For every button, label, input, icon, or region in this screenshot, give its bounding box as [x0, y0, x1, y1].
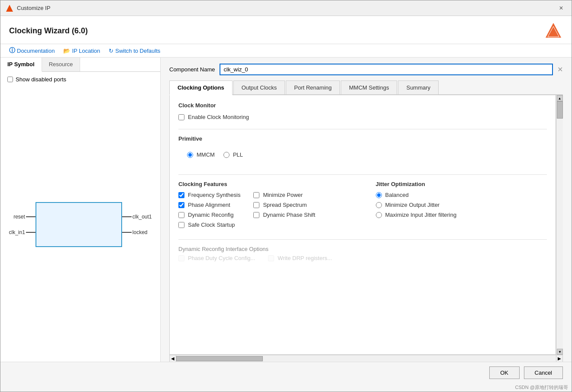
clock-monitor-section: Clock Monitor Enable Clock Monitoring [178, 102, 547, 120]
frequency-synthesis-label: Frequency Synthesis [188, 192, 240, 198]
primitive-mmcm-radio[interactable] [187, 152, 193, 158]
phase-duty-cycle-row: Phase Duty Cycle Config... [178, 255, 255, 261]
safe-clock-startup-row: Safe Clock Startup [178, 222, 240, 228]
port-label-clk-out1: clk_out1 [132, 214, 152, 220]
show-ports-row: Show disabled ports [0, 72, 160, 87]
ip-location-label: IP Location [72, 48, 100, 54]
scroll-right-button[interactable]: ▶ [556, 355, 563, 362]
clocking-features-title: Clocking Features [178, 181, 350, 187]
tab-output-clocks[interactable]: Output Clocks [233, 80, 285, 94]
jitter-max-input-row: Maximize Input Jitter filtering [376, 212, 547, 218]
switch-defaults-label: Switch to Defaults [115, 48, 160, 54]
primitive-pll-row: PLL [223, 151, 243, 158]
dynamic-phase-shift-row: Dynamic Phase Shift [253, 212, 315, 218]
tab-resource[interactable]: Resource [42, 58, 81, 71]
close-button[interactable]: × [556, 3, 566, 13]
jitter-minimize-output-label: Minimize Output Jitter [385, 202, 440, 208]
write-drp-checkbox[interactable] [268, 255, 274, 261]
jitter-balanced-radio[interactable] [376, 192, 382, 198]
enable-clock-monitoring-checkbox[interactable] [178, 114, 184, 120]
safe-clock-startup-checkbox[interactable] [178, 222, 184, 228]
ip-block [36, 202, 122, 247]
watermark: CSDN @原地打转的瑞哥 [0, 383, 572, 392]
phase-alignment-label: Phase Alignment [188, 202, 230, 208]
minimize-power-checkbox[interactable] [253, 192, 259, 198]
scroll-down-button[interactable]: ▼ [557, 349, 563, 355]
horizontal-scroll-thumb[interactable] [176, 356, 263, 361]
spread-spectrum-row: Spread Spectrum [253, 202, 315, 208]
clocking-features-col: Clocking Features Frequency Synthesis [178, 181, 350, 231]
documentation-link[interactable]: ⓘ Documentation [9, 47, 55, 55]
tab-summary[interactable]: Summary [398, 80, 439, 94]
dynamic-reconfig-interface-section: Dynamic Reconfig Interface Options Phase… [178, 246, 547, 265]
jitter-maximize-input-label: Maximize Input Jitter filtering [385, 212, 457, 218]
tab-ip-symbol[interactable]: IP Symbol [0, 58, 42, 72]
minimize-power-label: Minimize Power [263, 192, 303, 198]
scroll-left-button[interactable]: ◀ [169, 355, 176, 362]
dynamic-reconfig-checkbox[interactable] [178, 212, 184, 218]
tab-clocking-options[interactable]: Clocking Options [169, 80, 233, 95]
tabs-bar: Clocking Options Output Clocks Port Rena… [169, 80, 563, 95]
tab-mmcm-settings[interactable]: MMCM Settings [341, 80, 397, 94]
write-drp-row: Write DRP registers... [268, 255, 332, 261]
primitive-mmcm-label: MMCM [197, 151, 215, 158]
jitter-minimize-output-radio[interactable] [376, 202, 382, 208]
spread-spectrum-label: Spread Spectrum [263, 202, 307, 208]
primitive-pll-radio[interactable] [223, 152, 229, 158]
dynamic-phase-shift-checkbox[interactable] [253, 212, 259, 218]
scroll-up-button[interactable]: ▲ [557, 95, 563, 101]
info-icon: ⓘ [9, 47, 15, 55]
window-title: Customize IP [17, 5, 50, 11]
documentation-label: Documentation [17, 48, 55, 54]
title-bar-left: Customize IP [6, 4, 50, 12]
ok-button[interactable]: OK [489, 366, 520, 379]
horizontal-scroll-track [176, 355, 556, 362]
enable-clock-monitoring-row: Enable Clock Monitoring [178, 114, 547, 120]
jitter-optimization-col: Jitter Optimization Balanced Minimize Ou… [376, 181, 547, 231]
primitive-row: MMCM PLL [178, 147, 547, 166]
frequency-synthesis-row: Frequency Synthesis [178, 192, 240, 198]
folder-icon: 📂 [63, 48, 70, 54]
features-col1: Frequency Synthesis Phase Alignment [178, 192, 240, 231]
component-name-input[interactable] [220, 64, 553, 75]
svg-marker-1 [546, 23, 561, 38]
phase-alignment-checkbox[interactable] [178, 202, 184, 208]
phase-duty-cycle-checkbox[interactable] [178, 255, 184, 261]
jitter-balanced-row: Balanced [376, 192, 547, 198]
show-disabled-ports-checkbox[interactable] [7, 77, 13, 82]
main-content: IP Symbol Resource Show disabled ports r… [0, 58, 572, 362]
cancel-button[interactable]: Cancel [524, 366, 563, 379]
dynamic-reconfig-interface-title: Dynamic Reconfig Interface Options [178, 246, 547, 252]
scroll-thumb[interactable] [557, 101, 563, 119]
toolbar-bar: ⓘ Documentation 📂 IP Location ↻ Switch t… [0, 44, 572, 58]
spread-spectrum-checkbox[interactable] [253, 202, 259, 208]
jitter-maximize-input-radio[interactable] [376, 212, 382, 218]
left-panel-tabs: IP Symbol Resource [0, 58, 160, 72]
ip-location-link[interactable]: 📂 IP Location [63, 48, 100, 54]
tab-port-renaming[interactable]: Port Renaming [286, 80, 340, 94]
refresh-icon: ↻ [109, 48, 113, 54]
jitter-min-output-row: Minimize Output Jitter [376, 202, 547, 208]
component-name-label: Component Name [169, 66, 215, 73]
vertical-scrollbar[interactable]: ▲ ▼ [556, 95, 563, 355]
phase-alignment-row: Phase Alignment [178, 202, 240, 208]
frequency-synthesis-checkbox[interactable] [178, 192, 184, 198]
write-drp-label: Write DRP registers... [278, 255, 332, 261]
primitive-section: Primitive MMCM PLL [178, 135, 547, 166]
primitive-mmcm-row: MMCM [187, 151, 215, 158]
port-label-reset: reset [13, 214, 25, 220]
dynamic-reconfig-row: Dynamic Reconfig [178, 212, 240, 218]
component-name-clear-button[interactable]: ✕ [557, 65, 563, 74]
content-area: Clocking Wizard (6.0) ⓘ Documentation 📂 … [0, 16, 572, 392]
component-name-row: Component Name ✕ [169, 64, 563, 75]
app-icon [6, 4, 13, 12]
enable-clock-monitoring-label: Enable Clock Monitoring [188, 114, 249, 120]
clock-monitor-title: Clock Monitor [178, 102, 547, 109]
horizontal-scrollbar[interactable]: ◀ ▶ [169, 355, 563, 362]
xilinx-logo-icon [544, 21, 563, 40]
right-panel: Component Name ✕ Clocking Options Output… [161, 58, 572, 362]
tab-content-clocking-options: Clock Monitor Enable Clock Monitoring Pr… [169, 95, 556, 355]
safe-clock-startup-label: Safe Clock Startup [188, 222, 235, 228]
features-jitter-section: Clocking Features Frequency Synthesis [178, 181, 547, 231]
switch-defaults-link[interactable]: ↻ Switch to Defaults [109, 48, 160, 54]
